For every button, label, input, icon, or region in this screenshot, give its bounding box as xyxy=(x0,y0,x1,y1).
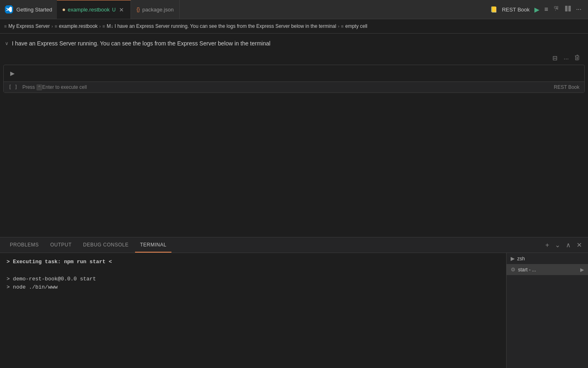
notebook-area: ∨ I have an Express Server running. You … xyxy=(0,34,588,237)
rest-book-icon: 📒 xyxy=(490,6,497,13)
tab-packagejson-icon: {} xyxy=(137,7,140,12)
title-bar-left: Getting Started xyxy=(0,5,57,14)
terminal-main[interactable]: > Executing task: npm run start < > demo… xyxy=(0,253,506,368)
section-title: I have an Express Server running. You ca… xyxy=(12,40,270,47)
terminal-zsh-label: zsh xyxy=(517,256,584,262)
tab-restbook-close[interactable]: ✕ xyxy=(118,6,125,14)
terminal-start-label: start - ... xyxy=(518,267,578,273)
terminal-icon: ▶ xyxy=(511,255,515,262)
tab-restbook[interactable]: example.restbook U ✕ xyxy=(57,0,131,19)
run-cell-button[interactable]: ▶ xyxy=(9,68,16,78)
split-cell-icon[interactable]: ⊟ xyxy=(551,53,559,63)
section-header[interactable]: ∨ I have an Express Server running. You … xyxy=(0,34,588,52)
tab-modified-marker: U xyxy=(112,7,116,13)
bc-icon-2: ≡ xyxy=(54,24,57,29)
maximize-panel-icon[interactable]: ∧ xyxy=(565,240,572,250)
panel-tab-actions: + ⌄ ∧ ✕ xyxy=(544,240,583,250)
cell-more-icon[interactable]: ··· xyxy=(562,54,570,63)
vscode-logo xyxy=(5,5,13,14)
notebook-empty xyxy=(0,93,588,237)
breadcrumb-label-3: M↓ I have an Express Server running. You… xyxy=(107,23,336,29)
more-icon[interactable]: ··· xyxy=(576,6,581,13)
breadcrumb-sep-1: › xyxy=(52,24,53,29)
cell-footer: [ ] Press ⌃Enter to execute cell REST Bo… xyxy=(4,81,584,93)
task-icon: ⚙ xyxy=(511,266,516,273)
terminal-split-icon[interactable]: ⌄ xyxy=(554,240,561,250)
breadcrumb-label-1: My Express Server xyxy=(8,23,50,29)
terminal-line-1: > Executing task: npm run start < xyxy=(7,258,500,266)
terminal-line-2 xyxy=(7,266,500,275)
rest-book-label: REST Book xyxy=(502,7,530,13)
close-panel-icon[interactable]: ✕ xyxy=(575,240,583,250)
tab-packagejson-label: package.json xyxy=(142,7,174,13)
delete-cell-icon[interactable] xyxy=(573,54,581,63)
bc-icon-3: ≡ xyxy=(102,24,105,29)
title-bar: Getting Started example.restbook U ✕ {} … xyxy=(0,0,588,19)
svg-rect-1 xyxy=(568,6,571,11)
cell-container: ▶ [ ] Press ⌃Enter to execute cell REST … xyxy=(3,65,585,93)
branch-icon[interactable] xyxy=(553,5,560,14)
breadcrumb-sep-2: › xyxy=(99,24,101,29)
cell-run-area: ▶ xyxy=(4,65,584,81)
breadcrumb-item-4[interactable]: ≡ empty cell xyxy=(341,23,367,29)
layout-icon[interactable] xyxy=(565,5,571,14)
cell-toolbar: ⊟ ··· xyxy=(0,52,588,65)
panel-content: > Executing task: npm run start < > demo… xyxy=(0,253,588,368)
panel-area: PROBLEMS OUTPUT DEBUG CONSOLE TERMINAL +… xyxy=(0,237,588,368)
cell-type-label: REST Book xyxy=(554,84,579,90)
run-icon[interactable]: ▶ xyxy=(534,6,539,14)
tab-terminal[interactable]: TERMINAL xyxy=(135,237,171,253)
tab-modified-dot xyxy=(63,9,65,11)
terminal-sidebar: ▶ zsh ⚙ start - ... ▶ xyxy=(506,253,588,368)
cell-hint: Press ⌃Enter to execute cell xyxy=(23,84,554,90)
task-run-icon[interactable]: ▶ xyxy=(580,267,584,273)
cell-number: [ ] xyxy=(9,84,18,90)
cell-input[interactable] xyxy=(21,70,579,77)
terminal-sidebar-item-zsh[interactable]: ▶ zsh xyxy=(507,253,588,264)
breadcrumb-label-4: empty cell xyxy=(345,23,367,29)
tabs-area: example.restbook U ✕ {} package.json xyxy=(57,0,483,19)
svg-rect-0 xyxy=(565,6,568,11)
main-area: ∨ I have an Express Server running. You … xyxy=(0,34,588,368)
chevron-down-icon: ∨ xyxy=(5,41,9,46)
tab-problems[interactable]: PROBLEMS xyxy=(5,237,44,253)
list-icon[interactable]: ≡ xyxy=(544,6,548,13)
bc-icon-1: ≡ xyxy=(4,24,7,29)
breadcrumb-label-2: example.restbook xyxy=(59,23,98,29)
breadcrumb-item-1[interactable]: ≡ My Express Server xyxy=(4,23,50,29)
bc-icon-4: ≡ xyxy=(341,24,343,29)
tab-restbook-label: example.restbook xyxy=(68,7,110,13)
terminal-line-3: > demo-rest-book@0.0.0 start xyxy=(7,275,500,284)
add-terminal-icon[interactable]: + xyxy=(544,240,550,250)
tab-packagejson[interactable]: {} package.json xyxy=(131,0,180,19)
terminal-line-4: > node ./bin/www xyxy=(7,283,500,292)
tab-debug-console[interactable]: DEBUG CONSOLE xyxy=(78,237,133,253)
panel-tabs: PROBLEMS OUTPUT DEBUG CONSOLE TERMINAL +… xyxy=(0,237,588,253)
breadcrumb-item-3[interactable]: ≡ M↓ I have an Express Server running. Y… xyxy=(102,23,336,29)
breadcrumb-sep-3: › xyxy=(338,24,340,29)
terminal-sidebar-item-start[interactable]: ⚙ start - ... ▶ xyxy=(507,264,588,275)
breadcrumb-bar: ≡ My Express Server › ≡ example.restbook… xyxy=(0,19,588,34)
breadcrumb-item-2[interactable]: ≡ example.restbook xyxy=(54,23,97,29)
tab-output[interactable]: OUTPUT xyxy=(45,237,77,253)
title-bar-right: 📒 REST Book ▶ ≡ ··· xyxy=(484,5,588,14)
getting-started-label: Getting Started xyxy=(16,7,52,13)
